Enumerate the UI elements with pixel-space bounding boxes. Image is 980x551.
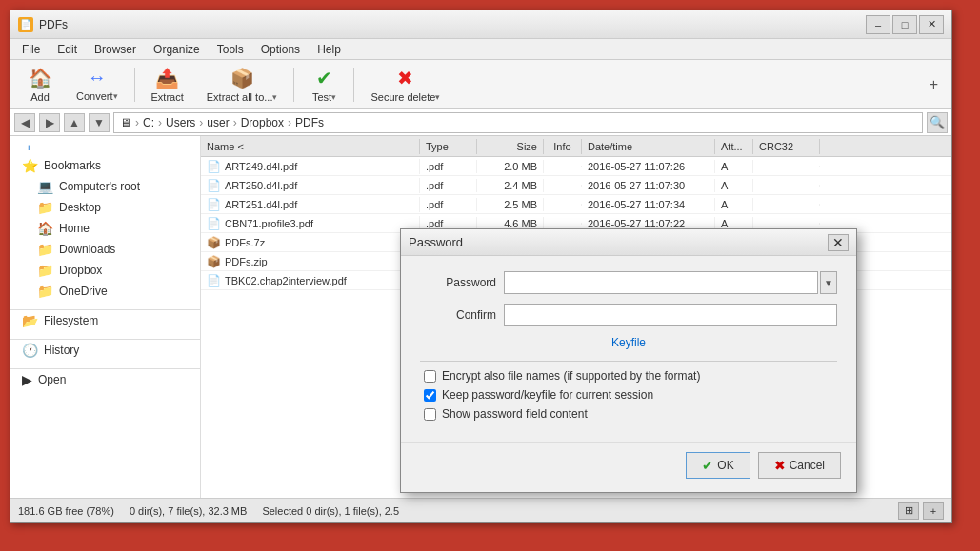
bookmarks-icon: ⭐ [22,158,38,173]
show-password-label[interactable]: Show password field content [442,407,588,421]
file-name: TBK02.chap2interview.pdf [225,275,347,286]
table-row[interactable]: 📄 ART249.d4l.pdf .pdf 2.0 MB 2016-05-27 … [201,157,951,176]
file-cell-datetime: 2016-05-27 11:07:26 [582,160,715,173]
secure-delete-icon: ✖ [397,67,413,89]
confirm-input-wrap [504,304,837,326]
encrypt-names-label[interactable]: Encrypt also file names (if supported by… [442,369,700,383]
col-header-crc[interactable]: CRC32 [753,139,820,154]
menu-tools[interactable]: Tools [210,41,251,58]
dialog-title: Password [409,235,463,249]
address-path[interactable]: 🖥 › C: › Users › user › Dropbox › PDFs [113,112,923,133]
back-button[interactable]: ◀ [14,113,35,132]
menu-bar: File Edit Browser Organize Tools Options… [10,39,951,60]
path-c: C: [143,116,154,129]
maximize-button[interactable]: □ [892,15,917,34]
col-header-size[interactable]: Size [477,139,544,154]
file-cell-type: .pdf [420,179,477,192]
path-pc-icon: 🖥 [120,116,131,129]
title-bar: 📄 PDFs – □ ✕ [10,10,951,39]
col-header-name[interactable]: Name < [201,139,420,154]
secure-delete-button[interactable]: ✖ Secure delete ▾ [360,64,450,106]
status-view-button[interactable]: ⊞ [898,502,919,520]
status-right: ⊞ + [898,502,944,520]
file-name: ART250.d4l.pdf [225,180,297,191]
path-dropdown-button[interactable]: ▼ [89,113,110,132]
dialog-close-button[interactable]: ✕ [828,234,849,251]
file-name: ART249.d4l.pdf [225,161,297,172]
path-sep-4: › [233,116,237,129]
file-type-icon: 📦 [207,255,221,268]
file-cell-name: 📄 ART251.d4l.pdf [201,197,420,212]
confirm-row: Confirm [420,304,837,326]
encrypt-names-row: Encrypt also file names (if supported by… [420,369,837,383]
encrypt-names-checkbox[interactable] [424,370,436,383]
sidebar-item-open[interactable]: ▶ Open [10,369,200,390]
toolbar-add-more-button[interactable]: + [922,72,946,97]
col-header-type[interactable]: Type [420,139,477,154]
app-title: PDFs [39,18,68,31]
sidebar-item-computer-root[interactable]: 💻 Computer's root [10,176,200,197]
password-dropdown-button[interactable]: ▼ [820,271,837,294]
computer-root-label: Computer's root [59,180,192,193]
table-row[interactable]: 📄 ART251.d4l.pdf .pdf 2.5 MB 2016-05-27 … [201,195,951,214]
search-button[interactable]: 🔍 [927,112,948,133]
sidebar-item-onedrive[interactable]: 📁 OneDrive [10,281,200,302]
show-password-checkbox[interactable] [424,408,436,421]
file-cell-datetime: 2016-05-27 11:07:34 [582,198,715,211]
extract-button[interactable]: 📤 Extract [141,64,194,106]
ok-button[interactable]: ✔ OK [686,452,750,479]
sidebar-add-button[interactable]: + [18,140,200,155]
menu-browser[interactable]: Browser [87,41,144,58]
keep-password-row: Keep password/keyfile for current sessio… [420,388,837,402]
confirm-input[interactable] [504,304,837,326]
file-cell-att: A [715,179,753,192]
table-row[interactable]: 📄 ART250.d4l.pdf .pdf 2.4 MB 2016-05-27 … [201,176,951,195]
toolbar-sep-3 [353,68,354,102]
desktop-label: Desktop [59,201,192,214]
app-icon: 📄 [18,17,33,32]
file-cell-name: 📄 ART250.d4l.pdf [201,178,420,193]
sidebar-item-history[interactable]: 🕐 History [10,340,200,361]
sidebar-item-downloads[interactable]: 📁 Downloads [10,239,200,260]
convert-button[interactable]: ↔️ Convert ▾ [66,64,129,106]
convert-label: Convert [76,90,113,102]
close-button[interactable]: ✕ [919,15,944,34]
keep-password-checkbox[interactable] [424,389,436,402]
dropbox-label: Dropbox [59,264,192,277]
up-button[interactable]: ▲ [64,113,85,132]
title-bar-left: 📄 PDFs [18,17,68,32]
file-cell-name: 📄 TBK02.chap2interview.pdf [201,273,420,288]
file-cell-size: 2.5 MB [477,198,544,211]
sidebar-item-desktop[interactable]: 📁 Desktop [10,197,200,218]
menu-options[interactable]: Options [253,41,308,58]
status-plus-button[interactable]: + [923,502,944,520]
filesystem-icon: 📂 [22,313,38,328]
sidebar-item-bookmarks[interactable]: ⭐ Bookmarks [10,155,200,176]
sidebar-item-home[interactable]: 🏠 Home [10,218,200,239]
menu-edit[interactable]: Edit [50,41,85,58]
menu-organize[interactable]: Organize [146,41,208,58]
menu-help[interactable]: Help [310,41,349,58]
cancel-label: Cancel [790,459,825,472]
add-button[interactable]: 🏠 Add [16,64,64,106]
sidebar-item-filesystem[interactable]: 📂 Filesystem [10,310,200,331]
password-input-wrap: ▼ [504,271,837,294]
col-header-datetime[interactable]: Date/time [582,139,715,154]
password-input[interactable] [504,271,818,294]
extract-all-button[interactable]: 📦 Extract all to... ▾ [196,64,289,106]
test-button[interactable]: ✔ Test ▾ [300,64,348,106]
col-header-att[interactable]: Att... [715,139,753,154]
col-header-info[interactable]: Info [544,139,582,154]
sidebar-item-dropbox[interactable]: 📁 Dropbox [10,260,200,281]
extract-icon: 📤 [155,67,179,89]
forward-button[interactable]: ▶ [39,113,60,132]
keyfile-link[interactable]: Keyfile [611,336,646,349]
keep-password-label[interactable]: Keep password/keyfile for current sessio… [442,388,653,402]
extract-all-icon: 📦 [230,67,254,89]
minimize-button[interactable]: – [866,15,890,34]
menu-file[interactable]: File [14,41,48,58]
path-users: Users [166,116,195,129]
convert-arrow-icon: ▾ [113,91,118,101]
downloads-label: Downloads [59,243,192,256]
cancel-button[interactable]: ✖ Cancel [758,452,841,479]
